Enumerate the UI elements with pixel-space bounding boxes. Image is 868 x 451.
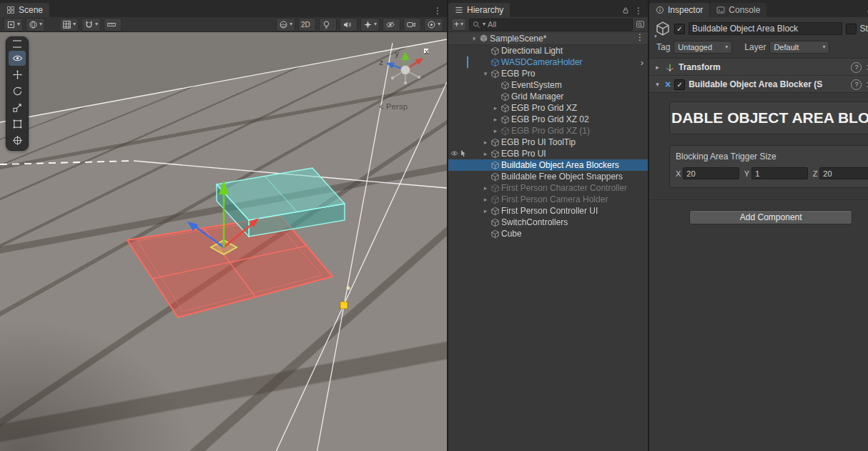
rect-tool-button[interactable] [9,117,26,132]
gizmos-dropdown[interactable]: ▾ [424,18,443,31]
active-checkbox[interactable]: ✓ [674,24,685,34]
scene-menu-kebab-icon[interactable]: ⋮ [433,7,442,14]
view-2d-button[interactable]: 2D [298,18,316,31]
z-value-field[interactable] [819,167,868,179]
persp-label[interactable]: Persp [386,102,408,111]
foldout-icon[interactable]: ▾ [469,35,479,42]
create-object-button[interactable]: + ▾ [451,18,466,31]
help-icon[interactable]: ? [851,79,862,90]
lighting-toggle[interactable] [319,18,337,31]
pivot-mode-dropdown[interactable]: ▾ [4,18,23,31]
hierarchy-item-egb-pro[interactable]: ▾EGB Pro [448,68,648,79]
component-enabled-checkbox[interactable]: ✓ [674,79,685,90]
hierarchy-item-egb-pro-grid-xz-1[interactable]: ▸EGB Pro Grid XZ (1) [448,125,648,137]
move-tool-button[interactable] [9,67,26,82]
grid-corner-handle[interactable] [340,302,347,309]
pickability-hand-icon[interactable] [459,149,467,157]
hierarchy-item-directional-light[interactable]: Directional Light [448,45,648,56]
hierarchy-tab-label: Hierarchy [467,5,503,15]
foldout-icon[interactable]: ▸ [490,127,500,134]
search-filter-dropdown-icon[interactable]: ▾ [483,21,485,27]
foldout-icon[interactable]: ▸ [480,150,490,157]
add-component-button[interactable]: Add Component [689,210,852,224]
y-value-field[interactable] [751,167,807,179]
scale-tool-button[interactable] [9,100,26,115]
foldout-icon[interactable]: ▸ [480,207,490,214]
hierarchy-item-first-person-camera-holder[interactable]: ▸First Person Camera Holder [448,194,648,205]
view-tool-button[interactable] [9,51,26,66]
x-value-field[interactable] [683,167,739,179]
hierarchy-item-buildable-free-object-snappers[interactable]: Buildable Free Object Snappers [448,171,648,182]
hierarchy-item-eventsystem[interactable]: EventSystem [448,79,648,91]
grid-visibility-dropdown[interactable]: ▾ [59,18,79,31]
tab-console[interactable]: Console [710,3,766,17]
persp-arrow-icon[interactable]: < [379,102,383,111]
orientation-gizmo[interactable]: y x z < Persp [379,47,429,111]
transform-tool-button[interactable] [9,133,26,148]
search-window-icon[interactable] [636,20,645,29]
effects-dropdown[interactable]: ▾ [360,18,380,31]
scene-visibility-toggle[interactable] [383,18,400,31]
tag-dropdown[interactable]: Untagged ▾ [674,41,732,54]
prefab-open-arrow-icon[interactable]: › [641,57,648,68]
visibility-eye-icon[interactable] [450,149,458,157]
scene-viewport[interactable]: y x z < Persp [0,32,447,451]
hierarchy-item-egb-pro-grid-xz-02[interactable]: ▸EGB Pro Grid XZ 02 [448,114,648,125]
hierarchy-item-egb-pro-ui-tooltip[interactable]: ▸EGB Pro UI ToolTip [448,137,648,148]
hierarchy-item-buildable-object-area-blockers[interactable]: Buildable Object Area Blockers [448,159,648,171]
area-blocker-red-plane[interactable] [127,216,332,317]
icon-dropdown-arrow[interactable]: ▾ [654,34,657,39]
transform-title: Transform [679,62,847,72]
gameobject-icon [500,127,511,136]
dropdown-icon: ▾ [290,21,292,27]
blocker-component-header[interactable]: ▾ × ✓ Buildable Object Area Blocker (S ?… [649,76,868,93]
foldout-icon[interactable]: ▸ [490,104,500,111]
hierarchy-item-label: EGB Pro Grid XZ 02 [511,114,589,124]
hierarchy-item-first-person-character-controller[interactable]: ▸First Person Character Controller [448,182,648,194]
gameobject-icon [490,207,501,216]
tab-hierarchy[interactable]: Hierarchy [448,3,510,17]
trigger-size-group: Blocking Area Trigger Size X Y Z [669,145,868,188]
static-checkbox[interactable] [846,24,857,34]
gizmo-center-ball[interactable] [401,66,410,75]
hierarchy-item-cube[interactable]: Cube [448,228,648,239]
hierarchy-item-egb-pro-grid-xz[interactable]: ▸EGB Pro Grid XZ [448,102,648,114]
dropdown-icon: ▾ [438,21,440,27]
overlay-drag-handle[interactable] [13,40,21,48]
hierarchy-item-wasdcameraholder[interactable]: WASDCameraHolder› [448,56,648,68]
tab-inspector[interactable]: Inspector [649,3,709,17]
hierarchy-item-egb-pro-ui[interactable]: ▸EGB Pro UI [448,148,648,159]
layer-dropdown[interactable]: Default ▾ [769,41,829,54]
foldout-icon[interactable]: ▸ [490,116,500,123]
shading-mode-dropdown[interactable]: ▾ [276,18,295,31]
pivot-rotation-dropdown[interactable]: ▾ [26,18,45,31]
lock-icon[interactable] [622,6,629,14]
hierarchy-item-switchcontrollers[interactable]: SwitchControllers [448,217,648,228]
search-icon [473,21,480,29]
object-name-field[interactable] [689,22,842,35]
foldout-icon[interactable]: ▸ [480,184,490,192]
foldout-icon[interactable]: ▾ [654,81,661,88]
hierarchy-item-label: EGB Pro UI [501,149,546,159]
hierarchy-item-first-person-controller-ui[interactable]: ▸First Person Controller UI [448,205,648,217]
help-icon[interactable]: ? [851,62,862,73]
foldout-icon[interactable]: ▸ [480,139,490,146]
snap-increment-button[interactable] [104,18,122,31]
hierarchy-item-grid-manager[interactable]: Grid Manager [448,91,648,102]
camera-settings-button[interactable] [403,18,421,31]
transform-component-header[interactable]: ▸ Transform ? ⋮ [649,59,868,76]
hierarchy-item-label: First Person Camera Holder [501,194,608,204]
check-icon: ✓ [676,25,682,33]
foldout-icon[interactable]: ▸ [654,64,661,71]
foldout-icon[interactable]: ▾ [480,70,490,77]
hierarchy-search-field[interactable]: ▾ All [469,19,633,31]
foldout-icon[interactable]: ▸ [480,196,490,203]
gameobject-type-icon[interactable]: ▾ [655,21,671,36]
snap-settings-dropdown[interactable]: ▾ [82,18,101,31]
scene-row-kebab-icon[interactable]: ⋮ [636,34,644,41]
hierarchy-menu-kebab-icon[interactable]: ⋮ [634,7,643,14]
rotate-tool-button[interactable] [9,84,26,99]
tab-scene[interactable]: Scene [0,3,49,17]
audio-toggle[interactable] [340,18,357,31]
scene-header-row[interactable]: ▾ SampleScene* ⋮ [448,32,648,45]
